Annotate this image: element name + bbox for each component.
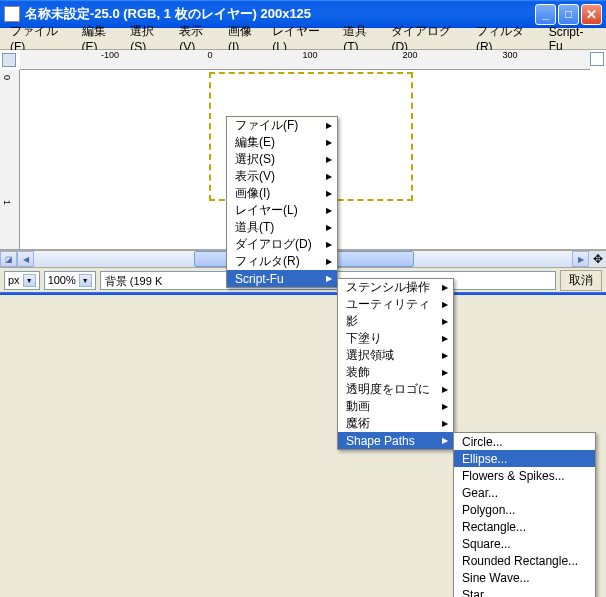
menu-item[interactable]: Polygon... [454, 501, 595, 518]
ruler-tick: 0 [207, 50, 212, 60]
menu-item[interactable]: ユーティリティ [338, 296, 453, 313]
ruler-tick: 1 [2, 200, 12, 205]
menu-item[interactable]: ステンシル操作 [338, 279, 453, 296]
menu-item[interactable]: Flowers & Spikes... [454, 467, 595, 484]
scroll-left-button[interactable]: ◀ [17, 251, 34, 267]
menu-item[interactable]: 透明度をロゴに [338, 381, 453, 398]
zoom-combo[interactable]: 100%▼ [44, 271, 96, 290]
menu-item[interactable]: 選択(S) [227, 151, 337, 168]
ruler-tick: 100 [302, 50, 317, 60]
menu-item[interactable]: 道具(T) [227, 219, 337, 236]
menu-item[interactable]: 魔術 [338, 415, 453, 432]
context-menu-main: ファイル(F)編集(E)選択(S)表示(V)画像(I)レイヤー(L)道具(T)ダ… [226, 116, 338, 288]
menu-item[interactable]: Ellipse... [454, 450, 595, 467]
ruler-tick: 0 [2, 75, 12, 80]
ruler-horizontal[interactable]: -100 0 100 200 300 [20, 50, 590, 70]
context-menu-scriptfu: ステンシル操作ユーティリティ影下塗り選択領域装飾透明度をロゴに動画魔術Shape… [337, 278, 454, 450]
menu-item[interactable]: フィルタ(R) [227, 253, 337, 270]
menu-item[interactable]: レイヤー(L) [227, 202, 337, 219]
menu-item[interactable]: 画像(I) [227, 185, 337, 202]
menu-item[interactable]: Star... [454, 586, 595, 597]
cancel-button[interactable]: 取消 [560, 270, 602, 291]
menu-item[interactable]: 編集(E) [227, 134, 337, 151]
dropdown-icon: ▼ [79, 274, 92, 287]
menu-item[interactable]: Shape Paths [338, 432, 453, 449]
zoom-icon[interactable] [590, 52, 604, 66]
navigate-icon[interactable]: ✥ [589, 251, 606, 268]
unit-value: px [8, 274, 20, 286]
menu-item[interactable]: 下塗り [338, 330, 453, 347]
quickmask-toggle-icon[interactable] [2, 53, 16, 67]
qmask-button[interactable]: ◪ [0, 251, 17, 267]
menu-item[interactable]: Rectangle... [454, 518, 595, 535]
menu-item[interactable]: Rounded Rectangle... [454, 552, 595, 569]
app-icon [4, 6, 20, 22]
menu-item[interactable]: Gear... [454, 484, 595, 501]
menu-item[interactable]: 影 [338, 313, 453, 330]
menu-item[interactable]: Sine Wave... [454, 569, 595, 586]
ruler-tick: 200 [402, 50, 417, 60]
menubar: ファイル(F) 編集(E) 選択(S) 表示(V) 画像(I) レイヤー(L) … [0, 28, 606, 50]
menu-item[interactable]: Script-Fu [227, 270, 337, 287]
dropdown-icon: ▼ [23, 274, 36, 287]
ruler-tick: -100 [101, 50, 119, 60]
menu-item[interactable]: 表示(V) [227, 168, 337, 185]
menu-item[interactable]: 動画 [338, 398, 453, 415]
scroll-right-button[interactable]: ▶ [572, 251, 589, 267]
menu-item[interactable]: ファイル(F) [227, 117, 337, 134]
maximize-button[interactable]: □ [558, 4, 579, 25]
context-menu-shapepaths: Circle...Ellipse...Flowers & Spikes...Ge… [453, 432, 596, 597]
menu-item[interactable]: ダイアログ(D) [227, 236, 337, 253]
menu-item[interactable]: 装飾 [338, 364, 453, 381]
ruler-tick: 300 [502, 50, 517, 60]
zoom-value: 100% [48, 274, 76, 286]
close-button[interactable]: ✕ [581, 4, 602, 25]
ruler-vertical[interactable]: 0 1 [0, 70, 20, 249]
menu-item[interactable]: Square... [454, 535, 595, 552]
menu-item[interactable]: Circle... [454, 433, 595, 450]
menu-item[interactable]: 選択領域 [338, 347, 453, 364]
resize-grip-bar [0, 292, 606, 295]
unit-combo[interactable]: px▼ [4, 271, 40, 290]
